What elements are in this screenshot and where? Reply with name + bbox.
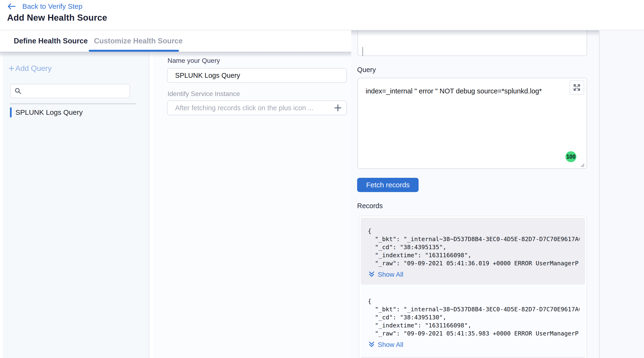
page-title: Add New Health Source: [7, 13, 107, 23]
back-arrow-icon: [7, 2, 16, 10]
search-icon: [14, 87, 22, 95]
record-json-line: "_cd": "38:4395135",: [368, 243, 580, 251]
add-query-label: Add Query: [16, 64, 52, 73]
add-service-instance-path-button[interactable]: [333, 103, 343, 113]
fetch-records-button[interactable]: Fetch records: [357, 178, 418, 192]
record-card-partial: [361, 357, 585, 358]
name-your-query-label: Name your Query: [168, 57, 220, 64]
tab-define-health-source[interactable]: Define Health Source: [14, 30, 88, 52]
record-json-line: "_bkt": "_internal~38~D537D8B4-3EC0-4D5E…: [368, 305, 580, 314]
sidebar-item-label: SPLUNK Logs Query: [16, 108, 82, 116]
record-card: { "_bkt": "_internal~38~D537D8B4-3EC0-4D…: [361, 285, 585, 357]
back-link[interactable]: Back to Verify Step: [7, 2, 82, 10]
record-card: { "_bkt": "_internal~38~D537D8B4-3EC0-4D…: [361, 218, 585, 285]
active-item-bar: [10, 107, 12, 117]
query-label: Query: [357, 66, 376, 74]
double-chevron-down-icon: [368, 271, 375, 278]
sidebar-divider: [10, 104, 136, 104]
record-json-line: "_indextime": "1631166098",: [368, 251, 580, 259]
records-count-badge: 100: [566, 151, 576, 162]
plus-icon: +: [8, 65, 14, 72]
double-chevron-down-icon: [368, 341, 375, 348]
expand-query-button[interactable]: [570, 80, 584, 95]
record-json-line: "_raw": "09-09-2021 05:41:36.019 +0000 E…: [368, 259, 580, 267]
show-all-label: Show All: [378, 341, 403, 349]
tab-customize-health-source[interactable]: Customize Health Source: [94, 30, 183, 52]
back-link-label: Back to Verify Step: [22, 2, 82, 10]
right-empty-strip: [600, 30, 644, 358]
plus-icon: [334, 103, 342, 112]
sidebar-item-splunk-logs-query[interactable]: SPLUNK Logs Query: [10, 107, 82, 118]
header-divider: [0, 30, 644, 30]
expand-icon: [572, 83, 581, 92]
query-sidebar: + Add Query SPLUNK Logs Query: [0, 52, 150, 358]
record-json-line: "_raw": "09-09-2021 05:41:35.983 +0000 E…: [368, 330, 580, 338]
show-all-link[interactable]: Show All: [368, 341, 580, 349]
record-json-line: {: [368, 297, 580, 305]
query-name-input[interactable]: [167, 68, 347, 83]
record-json-line: "_bkt": "_internal~38~D537D8B4-3EC0-4D5E…: [368, 235, 580, 243]
page-header: Back to Verify Step Add New Health Sourc…: [0, 0, 644, 30]
query-textarea[interactable]: index=_internal " error " NOT debug sour…: [358, 78, 587, 169]
scrolled-input-partial[interactable]: [358, 30, 587, 56]
service-instance-input[interactable]: [167, 100, 347, 115]
add-query-button[interactable]: + Add Query: [8, 64, 52, 73]
query-form-column: Name your Query Identify Service Instanc…: [153, 52, 351, 358]
tab-bar: Define Health Source Customize Health So…: [0, 30, 351, 52]
record-json-line: {: [368, 227, 580, 235]
active-tab-underline: [89, 50, 179, 52]
query-search-box: [10, 84, 130, 98]
records-label: Records: [357, 202, 383, 210]
record-json-line: "_indextime": "1631166098",: [368, 322, 580, 330]
records-container: { "_bkt": "_internal~38~D537D8B4-3EC0-4D…: [359, 216, 587, 358]
show-all-link[interactable]: Show All: [368, 271, 580, 278]
panel-divider: [599, 30, 600, 358]
textarea-resize-handle[interactable]: [578, 161, 585, 168]
record-json-line: "_cd": "38:4395130",: [368, 314, 580, 322]
text-cursor: [362, 47, 363, 56]
query-records-panel: Query index=_internal " error " NOT debu…: [351, 30, 599, 358]
show-all-label: Show All: [378, 271, 403, 278]
identify-service-instance-label: Identify Service Instance: [168, 90, 240, 98]
search-input[interactable]: [25, 87, 124, 95]
